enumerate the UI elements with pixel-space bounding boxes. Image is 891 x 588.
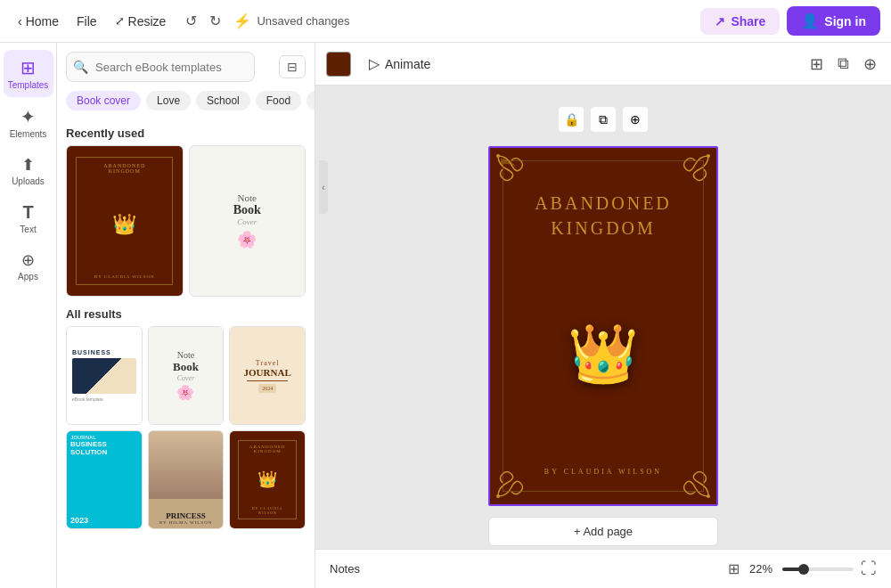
book-title: ABANDONED KINGDOM (535, 191, 672, 241)
color-swatch[interactable] (326, 52, 351, 77)
hide-panel-button[interactable]: ‹ (319, 160, 328, 214)
sidebar-item-elements[interactable]: ✦ Elements (4, 99, 53, 146)
filter-button[interactable]: ⊟ (279, 55, 306, 78)
unsaved-indicator: ⚡ Unsaved changes (233, 12, 349, 29)
zoom-handle[interactable] (798, 564, 809, 575)
all-results-grid: BUSINESS eBook template Note Book Cover (66, 326, 306, 529)
file-menu[interactable]: File (69, 11, 104, 32)
panel-scroll: Recently used ABANDONEDKINGDOM 👑 BY CLAU… (57, 118, 315, 588)
main-layout: ⊞ Templates ✦ Elements ⬆ Uploads T Text … (0, 43, 891, 588)
svg-point-1 (707, 154, 710, 158)
templates-icon: ⊞ (20, 57, 36, 78)
svg-point-0 (496, 154, 500, 158)
recently-used-grid: ABANDONEDKINGDOM 👑 BY CLAUDIA WILSON Not… (66, 145, 306, 297)
resize-icon: ⤢ (115, 14, 125, 28)
home-icon: ‹ (18, 14, 22, 29)
book-crown: 👑 (568, 321, 639, 388)
add-page-icon-button[interactable]: ⊕ (860, 51, 880, 78)
search-wrap: 🔍 (66, 52, 274, 82)
all-results-title: All results (66, 307, 306, 321)
search-icon: 🔍 (73, 60, 88, 74)
template-princess[interactable]: PRINCESS BY HILMA WILSON (148, 430, 225, 529)
zoom-bar[interactable] (782, 568, 854, 571)
chip-book-cover[interactable]: Book cover (66, 91, 141, 110)
topbar-right: ↗ Share 👤 Sign in (700, 6, 880, 36)
signin-button[interactable]: 👤 Sign in (787, 6, 880, 36)
sidebar-item-apps[interactable]: ⊕ Apps (4, 243, 53, 289)
home-button[interactable]: ‹ Home (11, 11, 66, 32)
topbar-left: ‹ Home File ⤢ Resize ↺ ↻ ⚡ Unsaved chang… (11, 9, 349, 33)
template-biz-solution[interactable]: JOURNAL BUSINESSSOLUTION 2023 (66, 430, 143, 529)
canvas-page-wrap: 🔒 ⧉ ⊕ (488, 107, 718, 546)
animate-icon: ▷ (369, 55, 380, 72)
recently-used-title: Recently used (66, 127, 306, 140)
unsaved-icon: ⚡ (233, 12, 251, 29)
template-notebook[interactable]: Note Book Cover 🌸 (189, 145, 307, 297)
template-travel-journal[interactable]: Travel JOURNAL 2024 (229, 326, 306, 425)
sidebar-item-templates[interactable]: ⊞ Templates (4, 50, 53, 97)
home-label: Home (26, 14, 59, 29)
canvas-page[interactable]: ABANDONED KINGDOM 👑 BY CLAUDIA WILSON (488, 146, 718, 506)
canvas-scroll[interactable]: 🔒 ⧉ ⊕ (315, 86, 891, 549)
canvas-toolbar: ▷ Animate ⊞ ⧉ ⊕ (315, 43, 891, 86)
canvas-area: ▷ Animate ⊞ ⧉ ⊕ 🔒 ⧉ ⊕ (315, 43, 891, 588)
notes-button[interactable]: Notes (330, 562, 360, 576)
templates-panel: 🔍 ⊟ Book cover Love School Food Fiction … (57, 43, 315, 588)
chip-row: Book cover Love School Food Fiction (57, 87, 315, 118)
resize-button[interactable]: ⤢ Resize (108, 11, 174, 32)
undo-button[interactable]: ↺ (180, 9, 202, 33)
sidebar-icons: ⊞ Templates ✦ Elements ⬆ Uploads T Text … (0, 43, 57, 588)
bottom-right: ⊞ 22% ⛶ (728, 559, 877, 578)
share-button[interactable]: ↗ Share (700, 8, 780, 35)
svg-point-2 (496, 494, 500, 498)
pages-icon: ⊞ (728, 560, 740, 577)
chip-fiction[interactable]: Fiction (307, 91, 315, 110)
lock-button[interactable]: 🔒 (559, 107, 584, 132)
template-abandoned-kingdom-2[interactable]: ABANDONEDKINGDOM 👑 BY CLAUDIA WILSON (229, 430, 306, 529)
chip-food[interactable]: Food (256, 91, 301, 110)
animate-button[interactable]: ▷ Animate (358, 52, 441, 76)
page-top-controls: 🔒 ⧉ ⊕ (559, 107, 648, 132)
template-notebook-2[interactable]: Note Book Cover 🌸 (148, 326, 225, 425)
book-cover: ABANDONED KINGDOM 👑 BY CLAUDIA WILSON (490, 148, 716, 504)
text-icon: T (22, 202, 33, 223)
signin-icon: 👤 (801, 12, 819, 29)
share-icon: ↗ (715, 14, 725, 29)
search-bar: 🔍 ⊟ (57, 43, 315, 87)
chip-love[interactable]: Love (146, 91, 191, 110)
template-abandoned-kingdom[interactable]: ABANDONEDKINGDOM 👑 BY CLAUDIA WILSON (66, 145, 184, 297)
add-page-button[interactable]: + Add page (488, 517, 718, 546)
bottom-toolbar: Notes ⊞ 22% ⛶ (315, 549, 891, 588)
book-author: BY CLAUDIA WILSON (544, 468, 662, 476)
fullscreen-button[interactable]: ⛶ (861, 559, 877, 578)
uploads-icon: ⬆ (21, 155, 35, 175)
toolbar-right-icons: ⊞ ⧉ ⊕ (806, 51, 880, 78)
add-page-top-button[interactable]: ⊕ (623, 107, 648, 132)
template-business[interactable]: BUSINESS eBook template (66, 326, 143, 425)
sidebar-item-uploads[interactable]: ⬆ Uploads (4, 148, 53, 193)
search-input[interactable] (66, 52, 255, 82)
duplicate-page-button[interactable]: ⧉ (591, 107, 616, 132)
copy-button[interactable]: ⧉ (834, 51, 853, 77)
zoom-level: 22% (747, 562, 775, 576)
top-bar: ‹ Home File ⤢ Resize ↺ ↻ ⚡ Unsaved chang… (0, 0, 891, 43)
elements-icon: ✦ (20, 106, 36, 127)
grid-view-button[interactable]: ⊞ (806, 51, 827, 78)
redo-button[interactable]: ↻ (204, 9, 226, 33)
undo-redo-group: ↺ ↻ (180, 9, 226, 33)
chip-school[interactable]: School (196, 91, 250, 110)
sidebar-item-text[interactable]: T Text (4, 195, 53, 241)
svg-point-3 (707, 494, 710, 498)
apps-icon: ⊕ (21, 250, 35, 270)
